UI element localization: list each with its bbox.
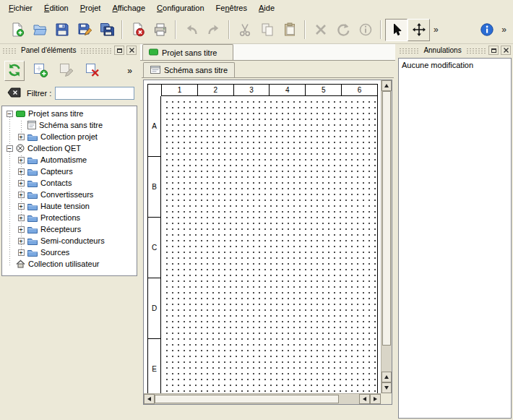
tree-item-label: Haute tension — [40, 202, 92, 210]
move-tool-button[interactable] — [408, 19, 430, 41]
tab-project[interactable]: Projet sans titre — [142, 44, 233, 60]
edit-element-button[interactable] — [56, 61, 77, 81]
menu-item-fichier[interactable]: Fichier — [3, 1, 38, 14]
edit-element-icon — [59, 62, 74, 80]
tree-expander[interactable]: + — [18, 180, 25, 187]
tree-indent — [4, 235, 15, 247]
tree-expander[interactable]: + — [18, 168, 25, 175]
save-button[interactable] — [51, 19, 73, 41]
horizontal-scrollbar[interactable] — [144, 393, 381, 404]
undo-history-item[interactable]: Aucune modification — [402, 61, 508, 69]
tree-item[interactable]: +Convertisseurs — [4, 189, 137, 200]
new-file-button[interactable] — [6, 19, 28, 41]
about-button[interactable] — [475, 19, 498, 41]
delete-button[interactable] — [309, 19, 332, 41]
tree-indent — [4, 131, 15, 142]
schema-icon — [27, 121, 36, 129]
vertical-scroll-thumb[interactable] — [382, 91, 391, 346]
tree-item[interactable]: −Collection QET — [4, 142, 137, 154]
scroll-up-button[interactable] — [381, 80, 392, 91]
tree-item[interactable]: +Collection projet — [4, 131, 137, 142]
copy-button[interactable] — [256, 19, 278, 41]
menu-item-affichage[interactable]: Affichage — [106, 1, 151, 14]
scroll-left-button[interactable] — [144, 394, 155, 404]
menu-item-edition[interactable]: Édition — [38, 1, 74, 14]
elements-tree[interactable]: −Projet sans titreSchéma sans titre+Coll… — [1, 106, 137, 276]
tree-item[interactable]: +Semi-conducteurs — [4, 235, 137, 247]
tree-item[interactable]: +Sources — [4, 247, 137, 258]
menu-item-configuration[interactable]: Configuration — [151, 1, 210, 14]
elements-toolbar-overflow-chevron[interactable]: » — [125, 66, 134, 76]
tree-expander[interactable]: − — [7, 145, 13, 152]
elements-panel-title: Panel d'éléments — [19, 46, 78, 54]
tree-expander[interactable]: + — [18, 238, 25, 244]
tree-expander[interactable]: + — [18, 203, 25, 210]
toolbar-overflow-chevron-right[interactable]: » — [498, 25, 510, 35]
tree-expander[interactable]: + — [18, 157, 25, 163]
dock-grip[interactable] — [2, 48, 17, 53]
reload-collections-button[interactable] — [4, 61, 25, 81]
menu-item-projet[interactable]: Projet — [74, 1, 107, 14]
tree-expander[interactable]: + — [18, 215, 25, 221]
cut-button[interactable] — [233, 19, 256, 41]
tree-expander[interactable]: + — [18, 192, 25, 198]
grid-dots[interactable] — [162, 97, 377, 393]
tree-item[interactable]: Collection utilisateur — [4, 258, 137, 270]
project-icon — [16, 110, 25, 118]
project-tab-label: Projet sans titre — [162, 48, 217, 57]
close-file-button[interactable] — [126, 19, 149, 41]
tab-schema[interactable]: Schéma sans titre — [143, 62, 235, 77]
rotate-button[interactable] — [332, 19, 354, 41]
dock-float-button[interactable] — [488, 46, 499, 55]
dock-grip[interactable] — [399, 48, 419, 53]
tree-item[interactable]: +Contacts — [4, 177, 137, 189]
elements-panel-titlebar[interactable]: Panel d'éléments — [0, 44, 139, 56]
dock-float-button[interactable] — [114, 46, 124, 55]
clear-filter-button[interactable] — [4, 86, 23, 100]
dock-close-button[interactable] — [501, 46, 511, 55]
tree-item[interactable]: −Projet sans titre — [4, 108, 137, 119]
redo-button[interactable] — [202, 19, 225, 41]
tree-expander[interactable]: + — [18, 226, 25, 233]
tree-expander[interactable]: + — [18, 134, 25, 140]
print-button[interactable] — [149, 19, 171, 41]
select-tool-button[interactable] — [385, 19, 408, 41]
tree-item[interactable]: +Récepteurs — [4, 223, 137, 235]
open-file-button[interactable] — [28, 19, 51, 41]
undo-dock-titlebar[interactable]: Annulations — [397, 44, 513, 56]
undo-history-dock: Annulations Aucune modification — [397, 44, 513, 420]
filter-input[interactable] — [55, 87, 134, 100]
tree-item[interactable]: +Protections — [4, 212, 137, 223]
dock-grip[interactable] — [466, 48, 486, 53]
diagram-frame: 123456 ABCDE — [147, 84, 378, 393]
undo-button[interactable] — [180, 19, 202, 41]
delete-element-button[interactable] — [82, 61, 103, 81]
tree-expander[interactable]: − — [7, 111, 13, 117]
new-element-icon — [33, 62, 48, 80]
paste-button[interactable] — [278, 19, 301, 41]
vertical-scrollbar[interactable] — [381, 80, 392, 393]
toolbar-separator — [121, 20, 123, 39]
save-as-button[interactable] — [73, 19, 95, 41]
dock-close-button[interactable] — [126, 46, 137, 55]
undo-history-list[interactable]: Aucune modification — [398, 58, 512, 419]
tree-expander[interactable]: + — [18, 249, 25, 256]
tree-item[interactable]: +Haute tension — [4, 200, 137, 212]
diagram-canvas[interactable]: 123456 ABCDE — [144, 80, 381, 393]
toolbar-overflow-chevron[interactable]: » — [430, 25, 442, 35]
tree-item[interactable]: +Automatisme — [4, 154, 137, 166]
horizontal-scroll-thumb[interactable] — [155, 395, 339, 403]
dock-grip[interactable] — [80, 48, 112, 53]
tree-item[interactable]: +Capteurs — [4, 166, 137, 177]
scroll-left-button-2[interactable] — [359, 394, 370, 404]
scroll-right-button[interactable] — [370, 394, 381, 404]
new-file-icon — [10, 22, 25, 37]
menu-item-aide[interactable]: Aide — [253, 1, 280, 14]
element-info-button[interactable] — [354, 19, 376, 41]
new-element-button[interactable] — [30, 61, 51, 81]
menu-item-fenetres[interactable]: Fenêtres — [210, 1, 253, 14]
tree-item[interactable]: Schéma sans titre — [4, 119, 137, 131]
scroll-down-button[interactable] — [381, 382, 392, 393]
scroll-up-button-2[interactable] — [381, 372, 392, 382]
save-all-button[interactable] — [95, 19, 118, 41]
